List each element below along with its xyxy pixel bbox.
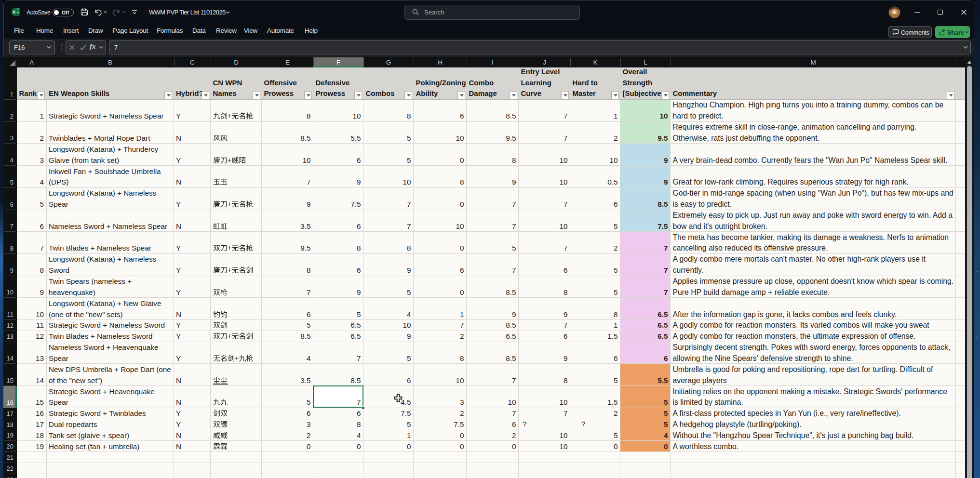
svg-text:X: X	[13, 10, 15, 14]
